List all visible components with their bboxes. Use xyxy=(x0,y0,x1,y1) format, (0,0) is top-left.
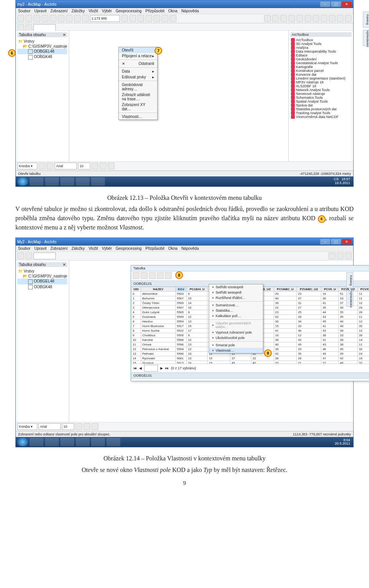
table-row[interactable]: 15Stonava5913161545403321274832 xyxy=(131,361,369,364)
save-icon[interactable] xyxy=(25,252,32,259)
zoom-out-icon[interactable] xyxy=(337,252,344,259)
prev-extent-icon[interactable] xyxy=(296,15,303,22)
ctx-remove[interactable]: ✕ Odstranit xyxy=(119,61,157,66)
font-field[interactable]: Arial xyxy=(55,163,77,169)
column-header[interactable]: PCVII_U xyxy=(321,287,339,292)
prev-icon[interactable]: ◀ xyxy=(139,366,142,370)
select-icon[interactable] xyxy=(312,15,319,22)
taskbar-app[interactable] xyxy=(106,438,120,446)
taskbar-app[interactable] xyxy=(60,438,74,446)
toolbox-item[interactable]: Vícerozměrná data NetCDF xyxy=(290,115,352,119)
menubar[interactable]: Soubor Upravit Zobrazení Záložky Vložit … xyxy=(16,8,353,14)
menu-item[interactable]: Výběr xyxy=(102,246,112,251)
ctx-props[interactable]: Vlastnosti… xyxy=(119,114,157,120)
menu-item[interactable]: Vložit xyxy=(88,9,98,13)
toc-layer-selected[interactable]: OOBGEL48 xyxy=(17,49,67,54)
column-header[interactable]: PC1824_U xyxy=(187,287,208,292)
related-icon[interactable] xyxy=(141,272,148,279)
taskbar-app[interactable] xyxy=(76,177,90,186)
menu-item[interactable]: Geoprocessing xyxy=(116,246,141,251)
draw-toolbar[interactable]: Kresba ▾ Arial 10 xyxy=(16,161,353,171)
zoom-in-icon[interactable] xyxy=(329,252,336,259)
toolbox-item[interactable]: Statistika prostorových dat xyxy=(290,107,352,111)
column-header[interactable]: PZVABC_UZ xyxy=(297,287,321,292)
tray-clock[interactable]: CS 18:57 19.5.2011 xyxy=(334,178,352,185)
column-header[interactable]: PCVABC_U xyxy=(274,287,296,292)
menu-item[interactable]: Soubor xyxy=(18,9,30,13)
field-ctx-item[interactable]: Vypnout zobrazení pole xyxy=(209,330,263,335)
arrow-icon[interactable] xyxy=(165,272,172,279)
field-ctx-item[interactable]: Rozšířené třídění… xyxy=(209,295,263,301)
ctx-open[interactable]: Otevřít xyxy=(119,47,157,53)
table-tab[interactable]: OOBGEL01 xyxy=(133,282,152,286)
layer-icon[interactable] xyxy=(17,24,24,31)
menu-item[interactable]: Nápověda xyxy=(181,246,199,251)
field-ctx-item[interactable]: Kalkulátor polí… xyxy=(209,313,263,319)
table-toolbar[interactable]: 8 xyxy=(131,271,369,281)
small-field[interactable] xyxy=(33,24,56,31)
underline-icon[interactable] xyxy=(91,423,98,430)
draw-text-icon[interactable] xyxy=(47,163,53,169)
cut-icon[interactable] xyxy=(50,15,57,22)
toc-folder[interactable]: 📂 C:\GIS\MP3V_nastroje_18\Te xyxy=(17,274,67,279)
toc-layer-selected[interactable]: OOBGEL48 xyxy=(17,279,67,284)
paste-icon[interactable] xyxy=(66,15,73,22)
model-icon[interactable] xyxy=(145,15,152,22)
toolbox-item[interactable]: Serverové nástroje xyxy=(290,92,352,96)
bottom-tab[interactable]: OOBGEL01 xyxy=(133,374,152,377)
zoom-in-icon[interactable] xyxy=(264,15,271,22)
editor-icon[interactable] xyxy=(121,15,128,22)
maximize-button[interactable]: ▢ xyxy=(331,2,341,7)
taskbar-app[interactable] xyxy=(45,177,59,186)
pin-icon[interactable]: ✕ xyxy=(63,33,66,37)
toolbox-item[interactable]: Schematics Tools xyxy=(290,96,352,100)
menu-item[interactable]: Vložit xyxy=(88,246,98,251)
toolbox-item[interactable]: Network Analyst Tools xyxy=(290,88,352,92)
ctx-route[interactable]: Zobrazit události na trase… xyxy=(119,92,157,102)
toolbox-icon[interactable] xyxy=(129,15,136,22)
toc-folder[interactable]: 📂 C:\GIS\MP3V_nastroje_18\Te xyxy=(17,44,67,49)
full-extent-icon[interactable] xyxy=(288,15,295,22)
next-extent-icon[interactable] xyxy=(304,15,311,22)
context-menu[interactable]: Otevřít Připojení a relace▸ ✕ Odstranit … xyxy=(118,47,158,120)
menu-item[interactable]: Záložky xyxy=(71,9,85,13)
menubar[interactable]: Soubor Upravit Zobrazení Záložky Vložit … xyxy=(16,246,353,251)
fontsize-field[interactable]: 10 xyxy=(62,423,74,430)
menu-item[interactable]: Přizpůsobit xyxy=(145,9,164,13)
menu-item[interactable]: Soubor xyxy=(18,246,30,251)
vertical-tab-search[interactable]: Vyhledávání xyxy=(346,291,353,307)
menu-item[interactable]: Nápověda xyxy=(181,9,199,13)
titlebar[interactable]: My2 - ArcMap - ArcInfo – ▢ ✕ xyxy=(16,238,353,246)
zoom-out-icon[interactable] xyxy=(272,15,279,22)
vertical-tab-catalog[interactable]: Katalog xyxy=(346,272,353,288)
column-header[interactable]: OID xyxy=(131,287,141,292)
scale-field[interactable]: 1:173 985 xyxy=(90,15,120,22)
pan-icon[interactable] xyxy=(280,15,287,22)
xy-icon[interactable] xyxy=(345,15,352,22)
record-field[interactable] xyxy=(144,365,158,372)
start-button[interactable] xyxy=(17,438,28,446)
switch-sel-icon[interactable] xyxy=(157,272,164,279)
maximize-button[interactable]: ▢ xyxy=(331,239,341,244)
close-button[interactable]: ✕ xyxy=(342,2,352,7)
copy-icon[interactable] xyxy=(58,15,65,22)
toolbox-item[interactable]: Spatial Analyst Tools xyxy=(290,100,352,103)
field-ctx-item[interactable]: Smazat pole xyxy=(209,342,263,348)
toolbox-item[interactable]: Geostatistical Analyst Tools xyxy=(290,61,352,65)
toolbox-item[interactable]: Analýza xyxy=(290,46,352,50)
taskbar-app[interactable] xyxy=(45,438,59,446)
menu-item[interactable]: Okna xyxy=(168,9,178,13)
menu-item[interactable]: Záložky xyxy=(71,246,85,251)
menu-item[interactable]: Upravit xyxy=(34,246,47,251)
layer-icon[interactable] xyxy=(25,24,32,31)
field-ctx-item[interactable]: Ukotvit/uvolnit pole xyxy=(209,335,263,341)
ctx-xy[interactable]: Zobrazení XY dat… xyxy=(119,102,157,112)
identify-icon[interactable] xyxy=(321,15,327,22)
windows-taskbar[interactable]: CS 18:57 19.5.2011 xyxy=(16,176,353,186)
draw-toolbar[interactable]: Kresba ▾ Arial 10 xyxy=(16,422,353,431)
menu-item[interactable]: Přizpůsobit xyxy=(145,246,164,251)
toolbox-item[interactable]: Správa dat xyxy=(290,103,352,107)
python-icon[interactable] xyxy=(137,15,144,22)
bold-icon[interactable] xyxy=(75,423,82,430)
scale-field[interactable] xyxy=(33,252,56,259)
